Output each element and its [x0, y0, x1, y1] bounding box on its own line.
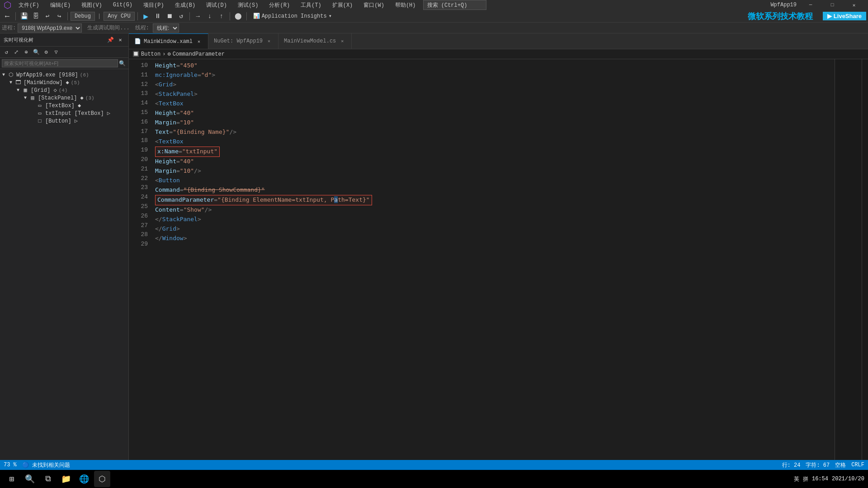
tree-label-stackpanel: [StackPanel] ◆ [38, 95, 84, 101]
tree-item-txtinput[interactable]: ▭ txtInput [TextBox] ▷ [0, 109, 128, 117]
application-insights-button[interactable]: 📊 Application Insights ▾ [250, 12, 335, 20]
close-button[interactable]: ✕ [844, 0, 864, 10]
menu-git[interactable]: Git(G) [109, 0, 136, 10]
line-col: 行: 24 [782, 461, 801, 469]
menu-window[interactable]: 窗口(W) [360, 0, 388, 10]
menu-extensions[interactable]: 扩展(X) [329, 0, 357, 10]
sidebar-title: 实时可视化树 [4, 37, 33, 43]
code-line-17: Text="{Binding Name}" /> [155, 128, 831, 137]
menu-debug[interactable]: 调试(D) [203, 0, 231, 10]
tree-search-input[interactable] [2, 59, 118, 67]
tree-count-grid: (4) [59, 88, 68, 93]
tree-item-stackpanel[interactable]: ▼ ▤ [StackPanel] ◆ (3) [0, 94, 128, 102]
task-view-button[interactable]: ⧉ [40, 471, 56, 487]
search-taskbar-button[interactable]: 🔍 [22, 471, 38, 487]
taskbar-left: ⊞ 🔍 ⧉ 📁 🌐 ⬡ [4, 471, 110, 487]
minimize-button[interactable]: ─ [800, 0, 821, 10]
track-element-button[interactable]: ⊕ [22, 47, 31, 57]
close-panel-button[interactable]: ✕ [116, 35, 125, 44]
debug-config-dropdown[interactable]: Debug [71, 12, 95, 21]
breadcrumb-button: 🔲 [132, 51, 139, 57]
menu-test[interactable]: 测试(S) [234, 0, 262, 10]
close-tab-nuget[interactable]: ✕ [265, 38, 273, 45]
search-input[interactable]: 搜索 (Ctrl+Q) [423, 0, 486, 10]
stackpanel-icon: ▤ [29, 95, 36, 101]
code-editor-panel: 📄 MainWindow.xaml ✕ NuGet: WpfApp19 ✕ Ma… [129, 33, 868, 460]
tree-item-root[interactable]: ▼ ⬡ WpfApp19.exe [9188] (6) [0, 71, 128, 79]
close-tab-mainwindow[interactable]: ✕ [195, 38, 203, 45]
tab-nuget[interactable]: NuGet: WpfApp19 ✕ [208, 33, 278, 49]
tab-icon-xaml: 📄 [134, 38, 141, 45]
tab-mainwindow-xaml[interactable]: 📄 MainWindow.xaml ✕ [129, 33, 208, 49]
vs-logo-icon: ⬡ [4, 0, 11, 11]
menu-build[interactable]: 生成(B) [171, 0, 199, 10]
explorer-button[interactable]: 📁 [58, 471, 74, 487]
scrollbar[interactable] [862, 59, 868, 460]
pause-button[interactable]: ⏸ [152, 11, 163, 22]
menu-project[interactable]: 项目(P) [140, 0, 168, 10]
code-content[interactable]: Height="450" mc:Ignorable="d"> <Grid> <S… [151, 59, 835, 460]
start-menu-button[interactable]: ⊞ [4, 471, 20, 487]
live-share-button[interactable]: ▶ LiveShare [823, 12, 866, 20]
ai-icon: 📊 [253, 13, 260, 19]
tree-count-root: (6) [80, 72, 89, 78]
save-button[interactable]: 💾 [19, 11, 29, 22]
ai-dropdown-icon: ▾ [329, 13, 332, 19]
breakpoints-button[interactable]: ⬤ [233, 11, 244, 22]
menu-view[interactable]: 视图(V) [78, 0, 106, 10]
thread-dropdown[interactable]: 线程: [153, 24, 179, 33]
menu-help[interactable]: 帮助(H) [392, 0, 420, 10]
menu-analyze[interactable]: 分析(R) [265, 0, 293, 10]
breadcrumb-item-button[interactable]: Button [141, 51, 160, 57]
step-over-button[interactable]: → [193, 11, 203, 22]
tree-item-grid[interactable]: ▼ ▦ [Grid] ◇ (4) [0, 86, 128, 94]
restart-button[interactable]: ↺ [176, 11, 187, 22]
code-line-20: Height="40" [155, 157, 831, 166]
redo-button[interactable]: ↪ [54, 11, 65, 22]
save-all-button[interactable]: 🗄 [30, 11, 41, 22]
menu-edit[interactable]: 编辑(E) [47, 0, 75, 10]
refresh-tree-button[interactable]: ↺ [2, 47, 11, 57]
restore-button[interactable]: □ [822, 0, 843, 10]
highlight-button[interactable]: 🔍 [32, 47, 41, 57]
breadcrumb-item-commandparam[interactable]: ⚙ [167, 51, 170, 57]
toolbar-sep-3: | [96, 13, 103, 19]
button-tree-icon: □ [36, 118, 43, 124]
toolbar-separator-4 [137, 12, 138, 20]
code-line-13: <StackPanel> [155, 90, 831, 99]
search-icon[interactable]: 🔍 [118, 59, 127, 68]
expand-button[interactable]: ⤢ [12, 47, 21, 57]
cpu-dropdown[interactable]: Any CPU [104, 12, 134, 21]
tab-label-mainviewmodel: MainViewModel.cs [284, 38, 336, 44]
edge-button[interactable]: 🌐 [76, 471, 92, 487]
close-tab-mainviewmodel[interactable]: ✕ [339, 38, 346, 45]
step-into-button[interactable]: ↓ [204, 11, 215, 22]
breadcrumb-item-commandparam-text[interactable]: CommandParameter [173, 51, 225, 57]
status-left: 73 % 🔵 未找到相关问题 [4, 461, 70, 469]
tree-item-textbox1[interactable]: ▭ [TextBox] ◆ [0, 102, 128, 109]
breadcrumb-separator: › [162, 51, 165, 57]
tree-item-mainwindow[interactable]: ▼ 🗖 [MainWindow] ◆ (5) [0, 79, 128, 86]
filter-button[interactable]: ▽ [52, 47, 61, 57]
undo-button[interactable]: ↩ [42, 11, 53, 22]
process-dropdown[interactable]: 9188| WpfApp19.exe [18, 24, 82, 33]
window-controls: ─ □ ✕ [800, 0, 864, 10]
ai-label: Application Insights [262, 13, 327, 19]
tree-item-button[interactable]: □ [Button] ▷ [0, 117, 128, 125]
menu-file[interactable]: 文件(F) [15, 0, 43, 10]
code-line-12: <Grid> [155, 80, 831, 90]
tree-search-box[interactable]: 🔍 [0, 58, 128, 69]
brand-text: 微软系列技术教程 [748, 11, 822, 22]
live-visual-tree-panel: 实时可视化树 📌 ✕ ↺ ⤢ ⊕ 🔍 ⚙ ▽ 🔍 ▼ ⬡ WpfA [0, 33, 129, 460]
start-button[interactable]: ▶ [141, 11, 151, 22]
vs-taskbar-button[interactable]: ⬡ [94, 471, 110, 487]
tree-label-textbox1: [TextBox] ◆ [45, 102, 81, 109]
back-button[interactable]: ⟵ [2, 11, 13, 22]
step-out-button[interactable]: ↑ [216, 11, 227, 22]
settings-button[interactable]: ⚙ [42, 47, 51, 57]
pin-button[interactable]: 📌 [106, 35, 115, 44]
menu-tools[interactable]: 工具(T) [297, 0, 325, 10]
tab-mainviewmodel[interactable]: MainViewModel.cs ✕ [278, 33, 352, 49]
toolbar-separator-1 [15, 12, 16, 20]
stop-button[interactable]: ⏹ [164, 11, 175, 22]
